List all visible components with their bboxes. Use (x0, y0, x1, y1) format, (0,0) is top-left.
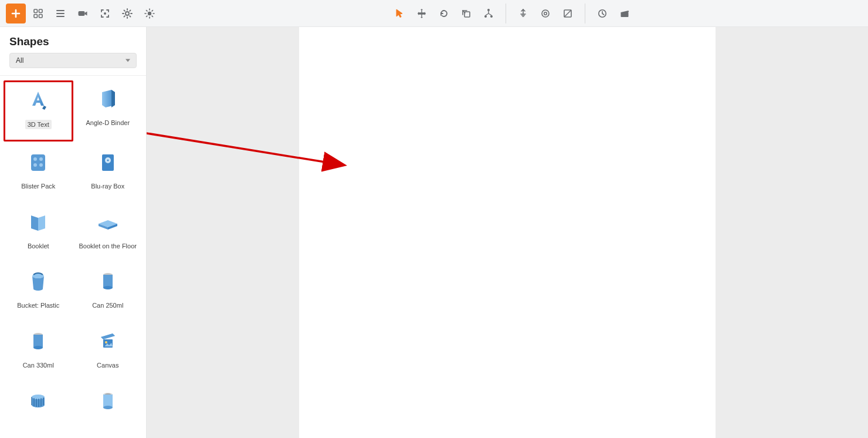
gear-icon[interactable] (117, 4, 137, 23)
sidebar-title: Shapes (0, 27, 146, 53)
svg-point-18 (33, 157, 37, 161)
shape-item[interactable]: Blu-ray Box (73, 144, 143, 201)
grid-view-icon[interactable] (28, 4, 48, 23)
layers-icon[interactable] (558, 4, 578, 23)
clapper-icon[interactable] (615, 4, 635, 23)
shape-item[interactable]: Blister Pack (4, 144, 73, 201)
can-open-icon (94, 388, 122, 416)
svg-rect-30 (33, 335, 43, 348)
svg-point-7 (148, 11, 151, 15)
svg-point-31 (33, 346, 43, 349)
booklet-floor-icon (94, 208, 122, 237)
hierarchy-icon[interactable] (479, 4, 499, 23)
shape-label (106, 420, 110, 423)
shape-item[interactable]: Can 250ml (73, 263, 143, 321)
pointer-tool-icon[interactable] (389, 4, 409, 23)
list-view-icon[interactable] (50, 4, 70, 23)
focus-icon[interactable] (95, 4, 115, 23)
svg-point-10 (484, 15, 487, 18)
shape-label: Bucket: Plastic (15, 301, 62, 310)
move-tool-icon[interactable] (412, 4, 432, 23)
shape-item[interactable]: Booklet on the Floor (73, 204, 143, 261)
svg-rect-0 (34, 9, 38, 13)
ground-icon[interactable] (513, 4, 533, 23)
svg-rect-17 (31, 154, 45, 171)
camera-icon[interactable] (73, 4, 93, 23)
shapes-grid: 3D TextAngle-D BinderBlister PackBlu-ray… (0, 76, 146, 438)
svg-rect-37 (103, 395, 113, 407)
svg-point-5 (104, 12, 106, 15)
toolbar-group-left (5, 0, 161, 26)
shape-label: Booklet (25, 241, 52, 251)
svg-point-34 (32, 395, 45, 399)
shape-item[interactable]: 3D Text (4, 80, 73, 141)
bluray-icon (94, 149, 122, 177)
shape-item[interactable]: Canvas (73, 323, 143, 380)
svg-point-33 (105, 341, 107, 343)
svg-point-13 (544, 12, 547, 15)
cap-icon (24, 388, 52, 416)
letter-a-icon (24, 87, 52, 115)
canvas-area[interactable] (147, 27, 868, 438)
canvas-page[interactable] (299, 27, 716, 438)
shape-item[interactable]: Can 330ml (4, 323, 73, 380)
shape-item[interactable]: Booklet (4, 204, 73, 261)
shape-filter-value: All (16, 56, 23, 65)
add-button[interactable] (6, 4, 26, 23)
shape-label: 3D Text (25, 120, 52, 129)
bucket-icon (24, 268, 52, 296)
svg-point-28 (103, 286, 113, 289)
toolbar-separator (506, 4, 506, 23)
svg-rect-27 (103, 275, 113, 288)
svg-point-20 (33, 163, 37, 167)
can-icon (24, 328, 52, 356)
shape-item[interactable] (73, 383, 143, 433)
svg-point-38 (103, 406, 113, 409)
svg-point-6 (126, 12, 129, 15)
shape-label: Blu-ray Box (89, 181, 127, 191)
svg-point-19 (39, 157, 43, 161)
can-icon (94, 268, 122, 296)
svg-point-21 (39, 163, 43, 167)
svg-rect-4 (79, 11, 85, 16)
booklet-icon (24, 208, 52, 237)
svg-point-12 (542, 10, 549, 17)
shape-item[interactable]: Angle-D Binder (73, 80, 143, 141)
svg-point-9 (487, 9, 490, 11)
shape-label: Can 250ml (90, 301, 126, 310)
shape-item[interactable] (4, 383, 73, 433)
shapes-sidebar: Shapes All 3D TextAngle-D BinderBlister … (0, 27, 147, 438)
svg-rect-3 (39, 14, 43, 18)
shape-filter-select[interactable]: All (9, 53, 137, 68)
shape-label: Blister Pack (19, 181, 57, 191)
svg-point-11 (490, 15, 493, 18)
svg-rect-1 (39, 9, 43, 13)
shape-label: Angle-D Binder (83, 118, 132, 127)
shape-label: Can 330ml (21, 360, 56, 370)
blister-icon (24, 149, 52, 177)
shape-label: Canvas (94, 360, 121, 370)
toolbar-separator (585, 4, 585, 23)
top-toolbar (0, 0, 868, 27)
history-icon[interactable] (592, 4, 612, 23)
rotate-tool-icon[interactable] (434, 4, 454, 23)
svg-point-24 (107, 159, 108, 161)
brightness-icon[interactable] (140, 4, 160, 23)
scale-tool-icon[interactable] (456, 4, 476, 23)
binder-icon (94, 85, 122, 113)
target-icon[interactable] (535, 4, 555, 23)
svg-rect-2 (34, 14, 38, 18)
canvas-icon (94, 328, 122, 356)
shape-item[interactable]: Bucket: Plastic (4, 263, 73, 321)
shape-label (36, 420, 40, 423)
shape-label: Booklet on the Floor (77, 241, 139, 251)
toolbar-group-center (388, 0, 636, 26)
